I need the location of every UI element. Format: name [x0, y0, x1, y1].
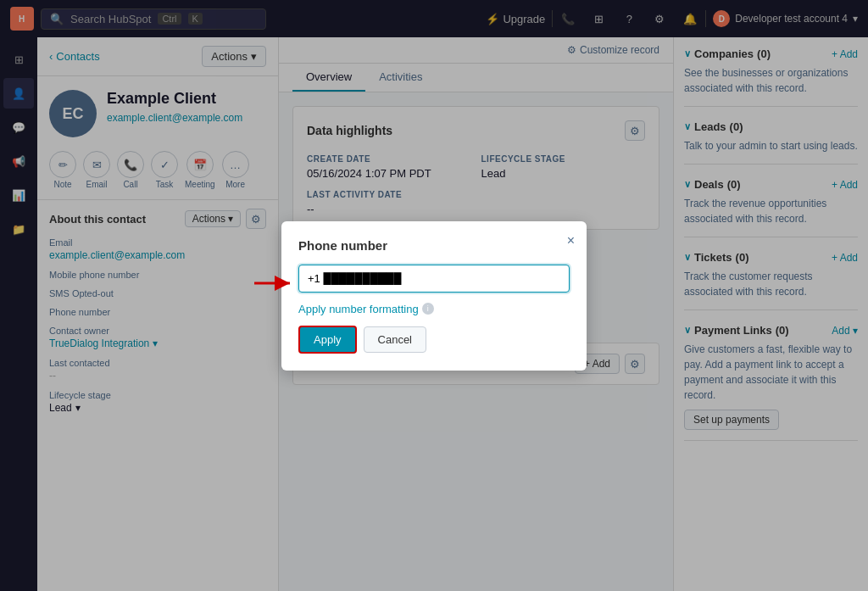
phone-number-input[interactable]	[298, 265, 570, 293]
modal-buttons: Apply Cancel	[298, 326, 570, 354]
info-icon: i	[422, 303, 434, 315]
phone-arrow-indicator	[254, 275, 295, 292]
modal-close-button[interactable]: ×	[567, 233, 575, 248]
apply-formatting-label: Apply number formatting	[298, 303, 419, 315]
modal-overlay: Phone number × Apply number formatting i…	[0, 0, 868, 591]
phone-number-modal: Phone number × Apply number formatting i…	[281, 221, 587, 371]
apply-formatting-link[interactable]: Apply number formatting i	[298, 303, 570, 315]
cancel-button[interactable]: Cancel	[364, 326, 426, 353]
modal-title: Phone number	[298, 238, 570, 253]
arrow-icon	[254, 275, 295, 292]
phone-input-row	[298, 265, 570, 303]
apply-button[interactable]: Apply	[298, 326, 357, 354]
